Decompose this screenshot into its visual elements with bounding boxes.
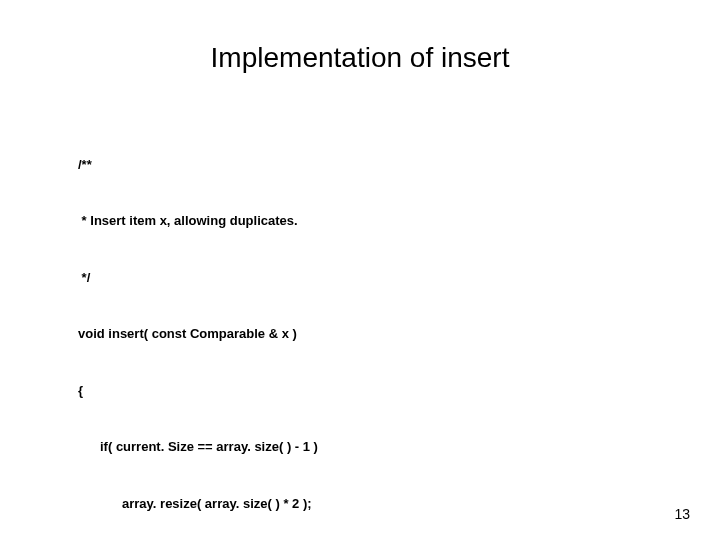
code-line: * Insert item x, allowing duplicates. xyxy=(78,212,658,231)
page-number: 13 xyxy=(674,506,690,522)
code-block: /** * Insert item x, allowing duplicates… xyxy=(78,118,658,540)
code-line: */ xyxy=(78,269,658,288)
code-line: if( current. Size == array. size( ) - 1 … xyxy=(78,438,658,457)
code-line: void insert( const Comparable & x ) xyxy=(78,325,658,344)
code-line: /** xyxy=(78,156,658,175)
slide-title: Implementation of insert xyxy=(0,42,720,74)
slide: Implementation of insert /** * Insert it… xyxy=(0,0,720,540)
code-line: { xyxy=(78,382,658,401)
code-line: array. resize( array. size( ) * 2 ); xyxy=(78,495,658,514)
